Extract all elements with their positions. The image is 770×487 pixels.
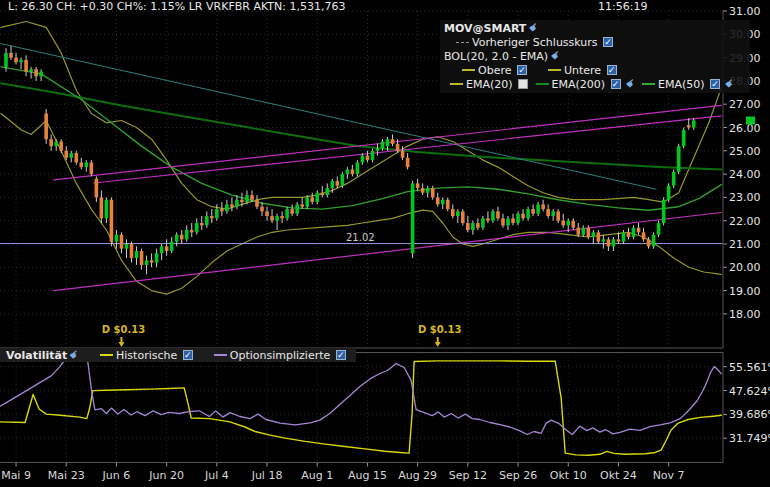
legend-study-title-row[interactable]: MOV@SMART☛ [444,21,746,36]
candle-down [561,221,565,226]
candle-down [255,200,259,207]
candle-down [240,200,244,202]
lower-band-checkbox[interactable]: ✓ [607,65,617,75]
candle-up [677,146,681,172]
candle-down [366,155,370,160]
volatility-tick-label: 55.561% [729,361,770,374]
candle-down [627,232,631,237]
prev-close-line-sample [456,42,469,43]
price-tick-label: 18.00 [729,308,761,321]
candle-down [220,209,224,211]
candle-up [215,209,219,218]
trendline-magenta-lower [54,213,722,291]
candle-down [49,139,53,146]
candle-up [376,148,380,150]
candle-up [305,197,309,206]
implied-vol-line-sample [214,354,227,356]
candle-up [592,232,596,237]
implied-vol-checkbox[interactable]: ✓ [336,350,346,360]
candle-down [250,195,254,200]
candle-down [110,200,114,242]
ema200-checkbox[interactable]: ✓ [611,79,621,89]
date-tick-label: Aug 29 [398,469,437,482]
volatility-layer [0,357,721,455]
candle-up [195,223,199,232]
candle-up [19,60,23,62]
date-tick-label: Sep 12 [449,469,487,482]
candle-down [9,53,13,58]
lower-band-label: Untere [564,64,601,77]
candle-down [541,204,545,209]
candle-up [551,211,555,216]
candle-up [69,153,73,158]
ema50-checkbox[interactable]: ✓ [710,79,720,89]
candle-down [617,239,621,241]
candle-up [155,253,159,262]
volatility-legend: Volatilität☛ Historische ✓ Optionsimpliz… [0,348,356,362]
candle-up [185,230,189,239]
candle-up [481,218,485,227]
price-tick-label: 21.00 [729,238,761,251]
candle-up [225,204,229,211]
volatility-title[interactable]: Volatilität [6,349,67,362]
implied-vol-label: Optionsimplizierte [230,349,331,362]
candle-up [471,223,475,230]
prev-close-checkbox[interactable]: ✓ [603,37,613,47]
candle-up [145,260,149,265]
svg-text:D $0.13: D $0.13 [102,324,145,335]
candle-down [416,183,420,188]
candle-up [285,209,289,218]
candle-down [64,151,68,158]
ema20-label: EMA(20) [466,78,513,91]
candle-down [190,230,194,232]
upper-band-line-sample [462,69,475,71]
vol-series-historische [0,361,721,455]
candle-down [100,197,104,218]
candle-down [576,228,580,235]
legend-prev-close-row: Vorheriger Schlusskurs ✓ [444,36,746,49]
candle-up [295,204,299,213]
candle-up [315,193,319,202]
vol-series-optionsimplizierte [0,357,721,435]
candle-up [205,216,209,225]
date-tick-label: Jun 20 [148,469,184,482]
candle-down [95,179,99,198]
candle-down [436,197,440,204]
ema20-checkbox[interactable] [518,79,528,89]
upper-band-checkbox[interactable]: ✓ [517,65,527,75]
price-tick-label: 27.00 [729,98,761,111]
pointer-icon: ☛ [548,47,564,63]
candle-down [165,246,169,251]
price-tick-label: 20.00 [729,261,761,274]
main-legend: MOV@SMART☛ Vorheriger Schlusskurs ✓ BOL(… [440,20,750,93]
bol-title[interactable]: BOL(20, 2.0 - EMA) [444,50,548,63]
candle-down [446,200,450,209]
candle-up [411,183,415,253]
candle-up [325,188,329,195]
candle-down [44,114,48,140]
date-tick-label: Mai 9 [1,469,31,482]
price-tick-label: 23.00 [729,191,761,204]
candle-up [526,209,530,218]
candle-up [29,69,33,71]
legend-bol-title-row[interactable]: BOL(20, 2.0 - EMA)☛ [444,49,746,64]
candle-down [290,209,294,214]
candle-down [607,239,611,246]
candle-down [210,216,214,218]
candle-up [536,204,540,213]
candle-up [506,218,510,225]
candle-down [80,162,84,167]
date-tick-label: Okt 10 [550,469,587,482]
study-title[interactable]: MOV@SMART [444,22,526,35]
date-tick-label: Jul 18 [251,469,283,482]
candle-down [431,188,435,197]
legend-ema-row: EMA(20) EMA(200) ✓☛ EMA(50) ✓☛ [444,77,746,92]
candle-down [180,235,184,240]
historical-vol-checkbox[interactable]: ✓ [183,350,193,360]
candle-down [120,235,124,249]
candle-up [612,239,616,246]
candle-down [587,228,591,237]
candle-up [441,200,445,205]
candle-down [300,204,304,206]
candle-up [135,251,139,258]
